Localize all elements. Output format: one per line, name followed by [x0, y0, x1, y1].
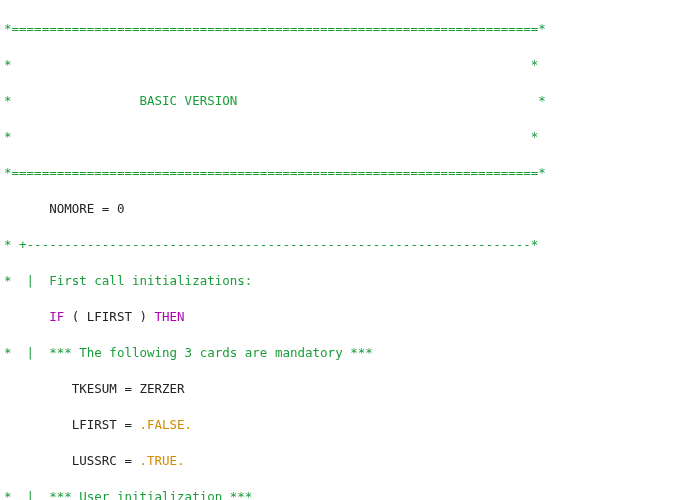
rule-text: *=======================================…	[4, 21, 546, 36]
title-post: *	[237, 93, 546, 108]
code-editor: *=======================================…	[0, 0, 673, 500]
rule-line: *=======================================…	[4, 164, 669, 182]
indent	[4, 309, 49, 324]
cmt-user: * | *** User initialization ***	[4, 489, 252, 500]
cmt-first: * | First call initializations:	[4, 273, 252, 288]
dash-rule: * +-------------------------------------…	[4, 237, 538, 252]
if-kw: IF	[49, 309, 64, 324]
false-bool: .FALSE.	[139, 417, 192, 432]
comment-first-call: * | First call initializations:	[4, 272, 669, 290]
rule-star-r2: *	[12, 129, 539, 144]
if-expr: ( LFIRST )	[64, 309, 154, 324]
indent	[4, 417, 72, 432]
comment-mandatory: * | *** The following 3 cards are mandat…	[4, 344, 669, 362]
lussrc-l: LUSSRC =	[72, 453, 140, 468]
tkesum-line: TKESUM = ZERZER	[4, 380, 669, 398]
indent	[4, 201, 49, 216]
rule-blank-line: * *	[4, 56, 669, 74]
rule-star-l2: *	[4, 129, 12, 144]
cmt-mand: * | *** The following 3 cards are mandat…	[4, 345, 373, 360]
indent	[4, 381, 72, 396]
lfirst-line: LFIRST = .FALSE.	[4, 416, 669, 434]
indent	[4, 453, 72, 468]
rule-line: *=======================================…	[4, 20, 669, 38]
rule-blank-line: * *	[4, 128, 669, 146]
dash-rule-line: * +-------------------------------------…	[4, 236, 669, 254]
lussrc-line: LUSSRC = .TRUE.	[4, 452, 669, 470]
true-bool: .TRUE.	[139, 453, 184, 468]
lfirst-l: LFIRST =	[72, 417, 140, 432]
title-line: * BASIC VERSION *	[4, 92, 669, 110]
rule-text-2: *=======================================…	[4, 165, 546, 180]
zerzer-1: ZERZER	[139, 381, 184, 396]
rule-star-r: *	[12, 57, 539, 72]
nomore-line: NOMORE = 0	[4, 200, 669, 218]
comment-user-init: * | *** User initialization ***	[4, 488, 669, 500]
then-kw: THEN	[155, 309, 185, 324]
rule-star-l: *	[4, 57, 12, 72]
tkesum-l: TKESUM =	[72, 381, 140, 396]
title-pre: *	[4, 93, 139, 108]
if-line: IF ( LFIRST ) THEN	[4, 308, 669, 326]
title-text: BASIC VERSION	[139, 93, 237, 108]
nomore-stmt: NOMORE = 0	[49, 201, 124, 216]
